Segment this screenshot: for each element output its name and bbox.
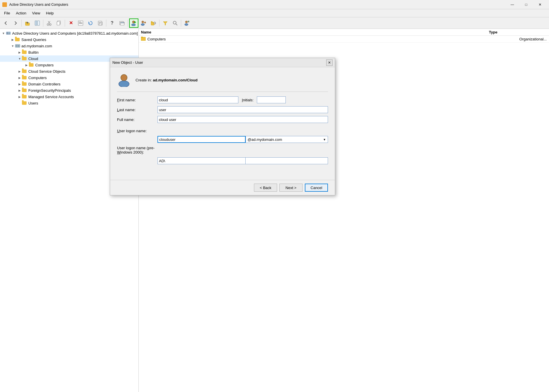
back-button[interactable] (1, 18, 10, 28)
tree-item-domain[interactable]: ▼ ad.mydomain.com (0, 43, 138, 49)
help-button[interactable]: ? (107, 18, 117, 28)
menu-view[interactable]: View (29, 10, 43, 16)
tree-computers-label: Computers (28, 76, 47, 80)
expand-root[interactable]: ▼ (1, 31, 6, 36)
users-icon (22, 101, 27, 105)
right-panel-row-computers[interactable]: Computers Organizational... (139, 36, 549, 43)
svg-rect-18 (120, 22, 124, 23)
copy-button[interactable] (54, 18, 64, 28)
pre-windows-label: User logon name (pre-Windows 2000): (117, 146, 157, 154)
next-button[interactable]: Next > (279, 184, 303, 192)
tree-item-root[interactable]: ▼ Active Directory Users and Computers [… (0, 30, 138, 36)
user-logon-name-input[interactable] (157, 136, 246, 143)
expand-domain-controllers[interactable]: ▶ (17, 82, 22, 86)
expand-managed-service-accounts[interactable]: ▶ (17, 94, 22, 99)
col-type-header: Type (489, 30, 547, 34)
tree-item-builtin[interactable]: ▶ Builtin (0, 49, 138, 55)
full-name-input[interactable] (157, 116, 328, 123)
pre-windows-suffix-input[interactable] (246, 157, 328, 164)
maximize-button[interactable]: □ (520, 0, 533, 9)
svg-rect-15 (99, 24, 100, 24)
last-name-input[interactable] (157, 106, 328, 113)
saved-queries-icon (15, 38, 20, 42)
svg-rect-13 (99, 22, 101, 23)
up-button[interactable] (23, 18, 32, 28)
expand-foreign-security[interactable]: ▶ (17, 88, 22, 93)
expand-cloud-service-objects[interactable]: ▶ (17, 69, 22, 74)
forward-button[interactable] (11, 18, 20, 28)
svg-point-5 (49, 24, 51, 25)
separator-7 (181, 20, 181, 27)
computers-icon (22, 76, 27, 80)
export-button[interactable] (96, 18, 105, 28)
first-name-label: First name: (117, 98, 157, 102)
right-panel-header: Name Type (139, 29, 549, 36)
window-title: Active Directory Users and Computers (9, 3, 68, 7)
tree-item-saved-queries[interactable]: ▶ Saved Queries (0, 36, 138, 43)
expand-cloud[interactable]: ▼ (17, 56, 22, 61)
back-button[interactable]: < Back (254, 184, 277, 192)
filter-button[interactable] (161, 18, 170, 28)
svg-point-4 (47, 24, 49, 25)
domain-suffix-select[interactable]: @ad.mydomain.com ▼ (246, 136, 328, 143)
dialog-close-button[interactable]: ✕ (326, 59, 333, 66)
svg-rect-9 (79, 22, 81, 22)
svg-rect-36 (16, 45, 17, 47)
close-window-button[interactable]: ✕ (533, 0, 547, 9)
spacer-1 (117, 126, 328, 129)
root-icon (6, 31, 11, 35)
expand-domain[interactable]: ▼ (10, 44, 15, 48)
menu-action[interactable]: Action (13, 10, 29, 16)
svg-rect-7 (57, 22, 60, 25)
new-window-button[interactable] (117, 18, 127, 28)
user-logon-name-label-row: User logon name: (117, 129, 328, 133)
svg-rect-40 (141, 37, 143, 38)
svg-rect-37 (17, 45, 19, 46)
svg-rect-25 (151, 21, 152, 23)
pre-windows-prefix-input[interactable] (157, 157, 246, 164)
menu-file[interactable]: File (1, 10, 13, 16)
title-bar-left: Active Directory Users and Computers (2, 2, 68, 7)
add-group-button[interactable] (139, 18, 148, 28)
svg-rect-11 (79, 23, 82, 24)
move-button[interactable] (149, 18, 158, 28)
tree-root-label: Active Directory Users and Computers [dc… (12, 31, 138, 36)
cut-button[interactable] (44, 18, 54, 28)
new-object-user-dialog: New Object - User ✕ Create in: ad.mydoma… (110, 58, 335, 195)
svg-point-21 (142, 21, 144, 23)
last-name-label: Last name: (117, 108, 157, 112)
pre-windows-input-row (117, 157, 328, 164)
menu-help[interactable]: Help (43, 10, 57, 16)
first-name-input[interactable] (157, 96, 238, 103)
new-user-button[interactable] (129, 18, 138, 28)
expand-cloud-computers[interactable]: ▶ (24, 63, 29, 67)
domain-suffix-chevron: ▼ (323, 138, 326, 141)
tree-users-label: Users (28, 101, 38, 105)
computers-row-icon (141, 37, 146, 42)
properties-button[interactable] (76, 18, 85, 28)
tree-cloud-computers-label: Computers (35, 63, 54, 67)
svg-rect-38 (17, 46, 19, 46)
expand-computers[interactable]: ▶ (17, 75, 22, 80)
svg-point-42 (119, 81, 129, 87)
separator-2 (43, 20, 43, 27)
separator-3 (65, 20, 65, 27)
cloud-computers-icon (29, 63, 34, 67)
delete-button[interactable]: ✕ (66, 18, 75, 28)
minimize-button[interactable]: — (506, 0, 519, 9)
create-in-value: ad.mydomain.com/Cloud (153, 78, 198, 82)
cancel-button[interactable]: Cancel (305, 184, 328, 192)
show-hide-button[interactable] (33, 18, 42, 28)
dialog-title: New Object - User (112, 60, 143, 65)
computers-row-name: Computers (147, 37, 166, 41)
expand-saved-queries[interactable]: ▶ (10, 37, 15, 42)
domain-suffix-value: @ad.mydomain.com (248, 137, 323, 142)
delegate-button[interactable] (182, 18, 192, 28)
find-button[interactable] (170, 18, 180, 28)
title-bar: Active Directory Users and Computers — □… (0, 0, 549, 9)
expand-builtin[interactable]: ▶ (17, 50, 22, 55)
initials-input[interactable] (257, 96, 286, 103)
refresh-button[interactable] (86, 18, 95, 28)
svg-point-27 (186, 21, 188, 23)
tree-cloud-service-objects-label: Cloud Service Objects (28, 69, 66, 74)
